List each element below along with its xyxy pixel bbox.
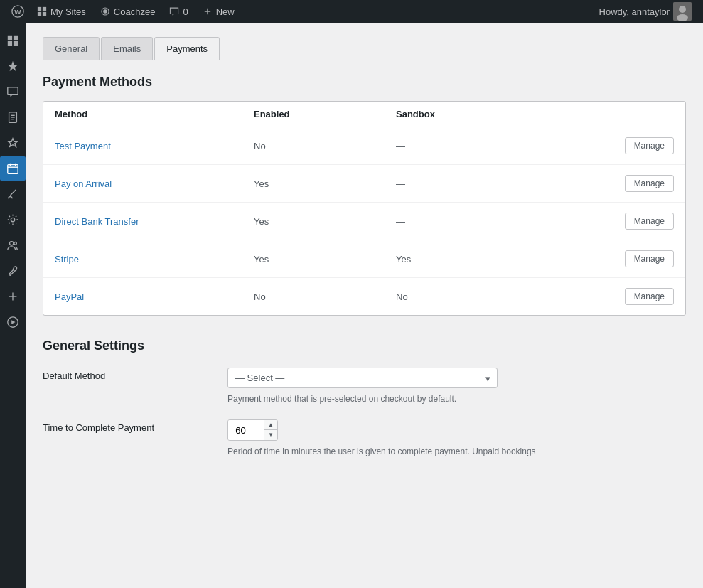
site-name-label: Coachzee <box>114 6 156 17</box>
sidebar-icon-pin[interactable] <box>0 54 26 78</box>
col-enabled: Enabled <box>254 109 396 119</box>
default-method-select[interactable]: — Select — Test Payment Pay on Arrival D… <box>227 368 498 388</box>
svg-marker-28 <box>11 320 15 324</box>
user-info: Howdy, anntaylor <box>599 2 697 21</box>
default-method-select-wrapper: — Select — Test Payment Pay on Arrival D… <box>227 368 498 388</box>
sandbox-stripe: Yes <box>396 254 538 264</box>
my-sites-label: My Sites <box>50 6 86 17</box>
method-name-stripe[interactable]: Stripe <box>55 254 79 264</box>
sidebar-icon-pages[interactable] <box>0 105 26 129</box>
method-name-pay-on-arrival[interactable]: Pay on Arrival <box>55 178 112 189</box>
sandbox-pay-on-arrival: — <box>396 178 538 189</box>
sandbox-test-payment: — <box>396 141 538 151</box>
wp-logo[interactable]: W <box>6 0 30 23</box>
time-to-complete-label: Time to Complete Payment <box>43 419 213 433</box>
sidebar-icon-wrench[interactable] <box>0 259 26 283</box>
svg-rect-10 <box>14 36 18 40</box>
svg-rect-2 <box>38 7 41 11</box>
spinner-up-button[interactable]: ▲ <box>264 420 277 430</box>
time-to-complete-control: ▲ ▼ Period of time in minutes the user i… <box>227 419 686 458</box>
default-method-description: Payment method that is pre-selected on c… <box>227 392 686 405</box>
svg-rect-18 <box>8 165 18 174</box>
svg-rect-5 <box>43 12 46 16</box>
enabled-stripe: Yes <box>254 254 396 264</box>
main-content: General Emails Payments Payment Methods … <box>26 23 703 588</box>
comments-count: 0 <box>183 6 188 17</box>
svg-rect-9 <box>8 36 12 40</box>
col-sandbox: Sandbox <box>396 109 538 119</box>
time-to-complete-input-wrapper: ▲ ▼ <box>227 419 278 441</box>
enabled-paypal: No <box>254 292 396 302</box>
payment-methods-title: Payment Methods <box>43 75 686 90</box>
manage-paypal-button[interactable]: Manage <box>625 288 674 305</box>
method-name-paypal[interactable]: PayPal <box>55 292 84 302</box>
svg-point-22 <box>11 218 14 221</box>
admin-bar: W My Sites Coachzee 0 New Howdy, anntayl… <box>0 0 703 23</box>
table-row: Direct Bank Transfer Yes — Manage <box>43 203 685 240</box>
comments-menu[interactable]: 0 <box>162 0 195 23</box>
howdy-text: Howdy, anntaylor <box>599 6 670 17</box>
table-row: PayPal No No Manage <box>43 278 685 315</box>
sidebar-icon-play[interactable] <box>0 310 26 334</box>
payment-methods-table: Method Enabled Sandbox Test Payment No —… <box>43 101 686 316</box>
method-name-test-payment[interactable]: Test Payment <box>55 141 111 151</box>
general-settings-title: General Settings <box>43 338 686 353</box>
col-method: Method <box>55 109 254 119</box>
sidebar-icon-bookings[interactable] <box>0 156 26 181</box>
user-avatar[interactable] <box>673 2 692 21</box>
number-spinners: ▲ ▼ <box>264 420 277 440</box>
sandbox-direct-bank-transfer: — <box>396 216 538 227</box>
svg-point-24 <box>14 242 17 245</box>
tab-general[interactable]: General <box>43 37 100 60</box>
manage-pay-on-arrival-button[interactable]: Manage <box>625 175 674 192</box>
manage-test-payment-button[interactable]: Manage <box>625 137 674 154</box>
default-method-label: Default Method <box>43 368 213 381</box>
table-row: Stripe Yes Yes Manage <box>43 240 685 278</box>
svg-rect-12 <box>14 41 18 46</box>
sidebar-icon-paintbrush[interactable] <box>0 182 26 206</box>
svg-rect-4 <box>38 12 41 16</box>
sidebar-icon-dashboard[interactable] <box>0 28 26 53</box>
svg-rect-3 <box>43 7 46 11</box>
settings-tabs: General Emails Payments <box>43 37 686 60</box>
table-row: Pay on Arrival Yes — Manage <box>43 165 685 203</box>
spinner-down-button[interactable]: ▼ <box>264 430 277 440</box>
svg-point-7 <box>679 6 686 13</box>
default-method-row: Default Method — Select — Test Payment P… <box>43 368 686 405</box>
tab-emails[interactable]: Emails <box>101 37 153 60</box>
sidebar-icon-users[interactable] <box>0 233 26 257</box>
sidebar-icon-feedback[interactable] <box>0 131 26 155</box>
new-content-menu[interactable]: New <box>195 0 242 23</box>
tab-payments[interactable]: Payments <box>154 37 220 60</box>
enabled-pay-on-arrival: Yes <box>254 178 396 189</box>
svg-text:W: W <box>14 8 21 16</box>
table-row: Test Payment No — Manage <box>43 127 685 165</box>
my-sites-menu[interactable]: My Sites <box>30 0 93 23</box>
table-header: Method Enabled Sandbox <box>43 102 685 127</box>
sidebar-icon-tools[interactable] <box>0 208 26 232</box>
sandbox-paypal: No <box>396 292 538 302</box>
sidebar-icon-comments[interactable] <box>0 80 26 104</box>
enabled-test-payment: No <box>254 141 396 151</box>
time-to-complete-row: Time to Complete Payment ▲ ▼ Period of t… <box>43 419 686 458</box>
svg-point-23 <box>10 242 14 245</box>
site-name-menu[interactable]: Coachzee <box>93 0 163 23</box>
default-method-control: — Select — Test Payment Pay on Arrival D… <box>227 368 686 405</box>
svg-rect-13 <box>8 87 18 95</box>
sidebar-icon-addons[interactable] <box>0 284 26 309</box>
svg-rect-11 <box>8 41 12 46</box>
enabled-direct-bank-transfer: Yes <box>254 216 396 227</box>
manage-stripe-button[interactable]: Manage <box>625 250 674 267</box>
manage-direct-bank-transfer-button[interactable]: Manage <box>625 213 674 230</box>
time-to-complete-input[interactable] <box>228 420 264 440</box>
time-to-complete-description: Period of time in minutes the user is gi… <box>227 445 686 458</box>
method-name-direct-bank-transfer[interactable]: Direct Bank Transfer <box>55 216 139 227</box>
col-action <box>538 109 674 119</box>
new-label: New <box>216 6 235 17</box>
sidebar <box>0 23 26 588</box>
